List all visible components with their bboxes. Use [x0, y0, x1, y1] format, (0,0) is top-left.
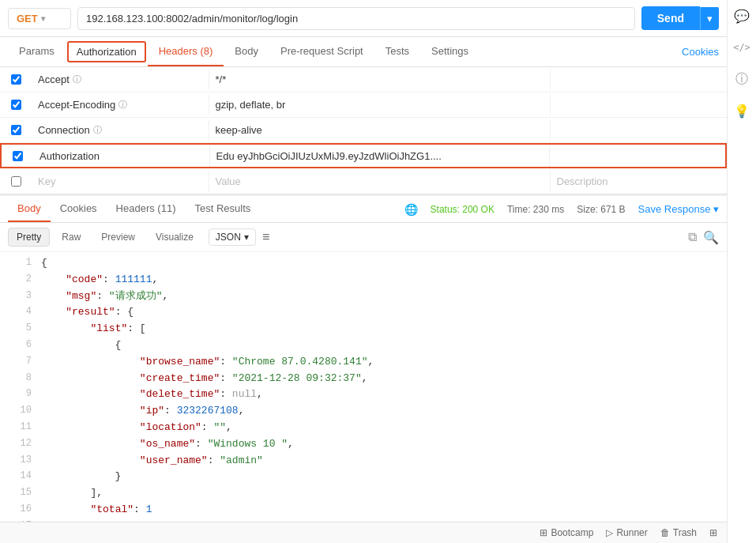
connection-key: Connection ⓘ [32, 119, 209, 141]
connection-desc [551, 126, 728, 135]
connection-info-icon[interactable]: ⓘ [93, 124, 102, 136]
response-section: Body Cookies Headers (11) Test Results 🌐… [0, 194, 727, 522]
accept-encoding-value: gzip, deflate, br [209, 94, 551, 115]
globe-icon: 🌐 [404, 203, 418, 216]
json-line-12: 12 "os_name": "Windows 10 ", [0, 436, 727, 453]
json-line-14: 14 } [0, 469, 727, 485]
tab-settings[interactable]: Settings [420, 37, 480, 66]
connection-checkbox[interactable] [0, 125, 32, 135]
tab-pre-request[interactable]: Pre-request Script [269, 37, 374, 66]
preview-button[interactable]: Preview [92, 228, 144, 247]
json-line-16: 16 "total": 1 [0, 502, 727, 518]
method-chevron-icon: ▾ [41, 14, 45, 23]
send-btn-group: Send ▾ [641, 6, 719, 30]
raw-button[interactable]: Raw [53, 228, 89, 247]
resp-tab-cookies[interactable]: Cookies [51, 196, 107, 222]
comment-icon[interactable]: 💬 [732, 6, 751, 25]
trash-button[interactable]: 🗑 Trash [660, 527, 697, 538]
json-line-2: 2 "code": 111111, [0, 272, 727, 288]
right-panel: 💬 </> ⓘ 💡 [727, 0, 756, 543]
bootcamp-button[interactable]: ⊞ Bootcamp [540, 527, 593, 538]
json-line-3: 3 "msg": "请求成功", [0, 288, 727, 305]
accept-encoding-key: Accept-Encoding ⓘ [32, 94, 209, 115]
format-select[interactable]: JSON ▾ [209, 228, 256, 246]
response-time: Time: 230 ms [507, 204, 564, 215]
runner-button[interactable]: ▷ Runner [606, 527, 647, 538]
accept-key: Accept ⓘ [32, 69, 209, 90]
lightbulb-icon[interactable]: 💡 [732, 101, 751, 120]
resp-tab-body[interactable]: Body [8, 196, 51, 222]
placeholder-desc: Description [551, 171, 728, 192]
send-button[interactable]: Send [641, 6, 700, 30]
resp-tab-test-results[interactable]: Test Results [185, 196, 260, 222]
header-row-accept: Accept ⓘ */* [0, 67, 727, 92]
trash-icon: 🗑 [660, 527, 670, 538]
header-row-authorization: Authorization Edu eyJhbGciOiJIUzUxMiJ9.e… [0, 143, 727, 168]
accept-checkbox[interactable] [0, 74, 32, 85]
json-line-9: 9 "delete_time": null, [0, 387, 727, 403]
format-chevron-icon: ▾ [244, 232, 249, 243]
tab-body[interactable]: Body [224, 37, 269, 66]
authorization-desc [550, 151, 726, 160]
json-line-5: 5 "list": [ [0, 321, 727, 337]
json-line-15: 15 ], [0, 485, 727, 502]
header-row-connection: Connection ⓘ keep-alive [0, 118, 727, 143]
json-view: 1 { 2 "code": 111111, 3 "msg": "请求成功", 4… [0, 252, 727, 522]
header-row-accept-encoding: Accept-Encoding ⓘ gzip, deflate, br [0, 92, 727, 118]
json-line-13: 13 "user_name": "admin" [0, 453, 727, 469]
header-row-placeholder: Key Value Description [0, 168, 727, 194]
copy-icon[interactable]: ⧉ [688, 230, 697, 245]
placeholder-value: Value [209, 171, 551, 192]
url-input[interactable] [77, 7, 635, 30]
placeholder-checkbox[interactable] [0, 176, 32, 187]
send-arrow-button[interactable]: ▾ [700, 7, 719, 30]
request-tabs: Params Authorization Headers (8) Body Pr… [0, 37, 727, 67]
accept-value: */* [209, 69, 551, 90]
cookies-link[interactable]: Cookies [682, 46, 719, 58]
search-icon[interactable]: 🔍 [703, 230, 719, 245]
connection-value: keep-alive [209, 119, 551, 141]
tab-tests[interactable]: Tests [374, 37, 420, 66]
json-line-1: 1 { [0, 255, 727, 272]
json-line-6: 6 { [0, 337, 727, 354]
runner-icon: ▷ [606, 527, 613, 538]
tab-headers[interactable]: Headers (8) [148, 37, 224, 66]
response-tabs: Body Cookies Headers (11) Test Results 🌐… [0, 196, 727, 223]
visualize-button[interactable]: Visualize [147, 228, 202, 247]
accept-encoding-desc [551, 100, 728, 110]
resp-tab-headers[interactable]: Headers (11) [107, 196, 186, 222]
method-select[interactable]: GET ▾ [8, 8, 71, 29]
json-line-8: 8 "create_time": "2021-12-28 09:32:37", [0, 371, 727, 387]
bottom-bar: ⊞ Bootcamp ▷ Runner 🗑 Trash ⊞ [0, 522, 727, 543]
response-status-bar: 🌐 Status: 200 OK Time: 230 ms Size: 671 … [404, 203, 719, 216]
expand-button[interactable]: ⊞ [709, 527, 717, 538]
bootcamp-icon: ⊞ [540, 527, 547, 538]
status-ok: Status: 200 OK [431, 204, 495, 215]
authorization-value: Edu eyJhbGciOiJIUzUxMiJ9.eyJzdWliOiJhZG1… [210, 145, 550, 167]
code-toolbar: Pretty Raw Preview Visualize JSON ▾ ≡ ⧉ … [0, 223, 727, 252]
headers-table: Accept ⓘ */* Accept-Encoding ⓘ gzip, def… [0, 67, 727, 194]
authorization-checkbox[interactable] [2, 151, 33, 161]
tab-authorization[interactable]: Authorization [67, 41, 146, 62]
tab-params[interactable]: Params [8, 37, 66, 66]
accept-info-icon[interactable]: ⓘ [73, 74, 81, 85]
expand-icon: ⊞ [709, 527, 717, 538]
save-response-button[interactable]: Save Response ▾ [638, 203, 719, 215]
authorization-key: Authorization [33, 145, 210, 167]
url-bar: GET ▾ Send ▾ [0, 0, 727, 37]
json-line-10: 10 "ip": 3232267108, [0, 403, 727, 420]
accept-encoding-checkbox[interactable] [0, 100, 32, 110]
placeholder-key: Key [32, 171, 209, 192]
method-label: GET [17, 13, 38, 25]
code-icon[interactable]: </> [732, 38, 751, 57]
json-line-4: 4 "result": { [0, 304, 727, 321]
info-icon[interactable]: ⓘ [732, 70, 751, 89]
json-line-11: 11 "location": "", [0, 420, 727, 436]
filter-icon[interactable]: ≡ [262, 230, 269, 244]
accept-desc [551, 75, 728, 85]
accept-encoding-info-icon[interactable]: ⓘ [118, 99, 127, 111]
json-line-7: 7 "browse_name": "Chrome 87.0.4280.141", [0, 354, 727, 371]
pretty-button[interactable]: Pretty [8, 228, 50, 247]
response-size: Size: 671 B [577, 204, 625, 215]
